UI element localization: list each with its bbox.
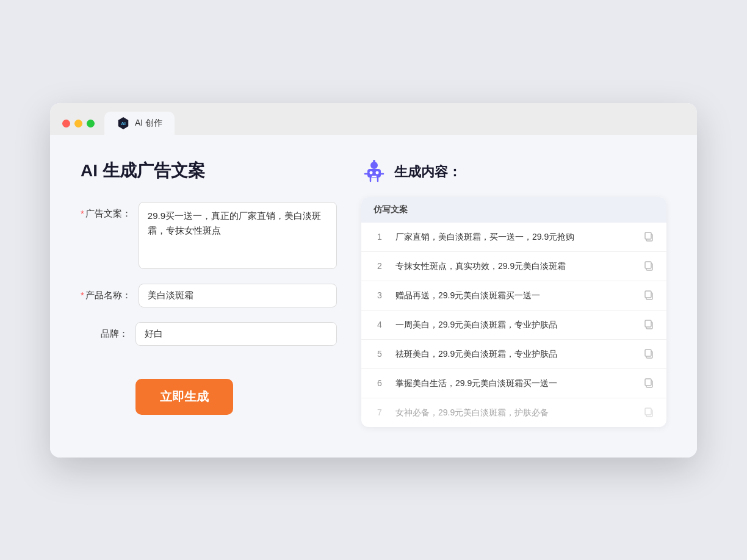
row-text: 专抹女性斑点，真实功效，29.9元美白淡斑霜 xyxy=(395,260,633,273)
copy-icon[interactable] xyxy=(643,378,654,389)
brand-label: 品牌： xyxy=(81,322,135,340)
svg-rect-18 xyxy=(645,291,651,298)
result-table-header: 仿写文案 xyxy=(361,197,666,223)
copy-icon[interactable] xyxy=(643,290,654,301)
row-num: 7 xyxy=(374,407,386,417)
svg-point-5 xyxy=(376,171,379,174)
row-num: 3 xyxy=(374,290,386,300)
svg-point-4 xyxy=(370,171,373,174)
svg-rect-14 xyxy=(645,232,651,239)
row-num: 2 xyxy=(374,261,386,271)
result-row: 1 厂家直销，美白淡斑霜，买一送一，29.9元抢购 xyxy=(361,223,666,252)
brand-input[interactable] xyxy=(135,322,337,346)
row-num: 5 xyxy=(374,349,386,359)
result-title: 生成内容： xyxy=(394,163,461,181)
copy-icon[interactable] xyxy=(643,407,654,418)
svg-rect-20 xyxy=(645,320,651,327)
row-text: 掌握美白生活，29.9元美白淡斑霜买一送一 xyxy=(395,377,633,390)
result-row: 4 一周美白，29.9元美白淡斑霜，专业护肤品 xyxy=(361,311,666,340)
result-row: 7 女神必备，29.9元美白淡斑霜，护肤必备 xyxy=(361,398,666,427)
row-text: 祛斑美白，29.9元美白淡斑霜，专业护肤品 xyxy=(395,348,633,361)
robot-icon xyxy=(361,159,387,185)
svg-rect-22 xyxy=(645,350,651,356)
browser-tab[interactable]: AI AI 创作 xyxy=(104,112,175,135)
result-row: 2 专抹女性斑点，真实功效，29.9元美白淡斑霜 xyxy=(361,252,666,281)
traffic-lights xyxy=(62,120,95,127)
row-text: 一周美白，29.9元美白淡斑霜，专业护肤品 xyxy=(395,318,633,331)
browser-content: AI 生成广告文案 *广告文案： 29.9买一送一，真正的厂家直销，美白淡斑霜，… xyxy=(50,135,697,458)
result-row: 3 赠品再送，29.9元美白淡斑霜买一送一 xyxy=(361,281,666,311)
result-table: 仿写文案 1 厂家直销，美白淡斑霜，买一送一，29.9元抢购 2 专抹女性斑点，… xyxy=(361,197,666,427)
svg-rect-6 xyxy=(372,176,377,177)
page-title: AI 生成广告文案 xyxy=(81,159,337,182)
product-name-group: *产品名称： xyxy=(81,284,337,307)
browser-window: AI AI 创作 AI 生成广告文案 *广告文案： 29.9买一送一，真正的厂家… xyxy=(50,103,697,458)
ad-copy-input[interactable]: 29.9买一送一，真正的厂家直销，美白淡斑霜，专抹女性斑点 xyxy=(139,202,337,269)
row-num: 4 xyxy=(374,320,386,329)
required-star-1: * xyxy=(81,208,84,218)
traffic-light-maximize[interactable] xyxy=(87,120,95,127)
result-row: 5 祛斑美白，29.9元美白淡斑霜，专业护肤品 xyxy=(361,340,666,369)
result-header: 生成内容： xyxy=(361,159,666,185)
row-text: 厂家直销，美白淡斑霜，买一送一，29.9元抢购 xyxy=(395,231,633,243)
ad-copy-group: *广告文案： 29.9买一送一，真正的厂家直销，美白淡斑霜，专抹女性斑点 xyxy=(81,202,337,269)
generate-button[interactable]: 立即生成 xyxy=(135,379,233,415)
product-name-input[interactable] xyxy=(139,284,337,307)
row-num: 1 xyxy=(374,232,386,242)
result-row: 6 掌握美白生活，29.9元美白淡斑霜买一送一 xyxy=(361,369,666,398)
ad-copy-label: *广告文案： xyxy=(81,202,139,220)
ai-tab-icon: AI xyxy=(117,117,130,130)
traffic-light-close[interactable] xyxy=(62,120,70,127)
svg-rect-16 xyxy=(645,262,651,268)
copy-icon[interactable] xyxy=(643,231,654,242)
svg-rect-24 xyxy=(645,379,651,386)
row-text: 女神必备，29.9元美白淡斑霜，护肤必备 xyxy=(395,406,633,419)
tab-label: AI 创作 xyxy=(135,118,162,129)
svg-text:AI: AI xyxy=(121,121,126,126)
copy-icon[interactable] xyxy=(643,348,654,359)
copy-icon[interactable] xyxy=(643,319,654,330)
row-text: 赠品再送，29.9元美白淡斑霜买一送一 xyxy=(395,289,633,302)
svg-rect-26 xyxy=(645,408,651,415)
left-panel: AI 生成广告文案 *广告文案： 29.9买一送一，真正的厂家直销，美白淡斑霜，… xyxy=(81,159,337,427)
required-star-2: * xyxy=(81,290,84,300)
traffic-light-minimize[interactable] xyxy=(74,120,82,127)
brand-group: 品牌： xyxy=(81,322,337,346)
row-num: 6 xyxy=(374,378,386,388)
svg-point-8 xyxy=(373,160,375,162)
browser-titlebar: AI AI 创作 xyxy=(50,103,697,135)
copy-icon[interactable] xyxy=(643,260,654,271)
product-name-label: *产品名称： xyxy=(81,284,139,301)
right-panel: 生成内容： 仿写文案 1 厂家直销，美白淡斑霜，买一送一，29.9元抢购 2 专… xyxy=(361,159,666,427)
